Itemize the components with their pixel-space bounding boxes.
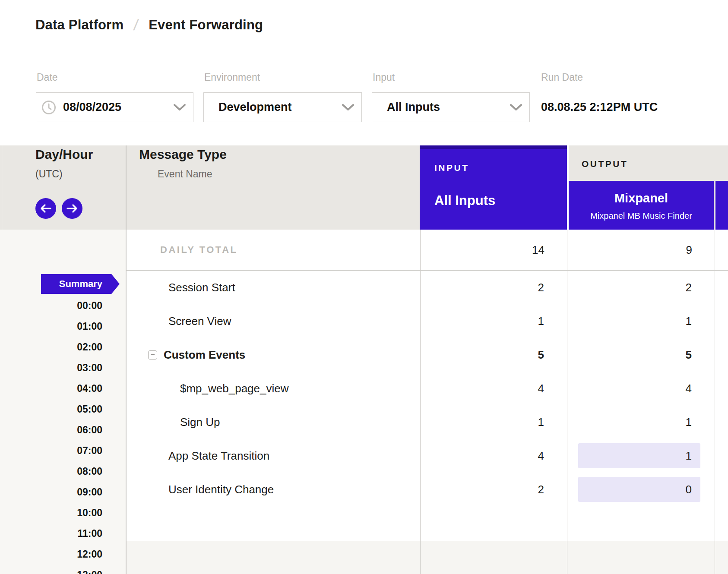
column-divider bbox=[567, 230, 567, 574]
breadcrumb: Data Platform / Event Forwarding bbox=[35, 16, 263, 35]
day-hour-timezone: (UTC) bbox=[35, 168, 63, 180]
event-label: Sign Up bbox=[180, 416, 220, 429]
table-row: Custom Events 5 5 bbox=[126, 338, 728, 372]
event-label: Custom Events bbox=[164, 348, 245, 362]
hour-row-label[interactable]: 07:00 bbox=[26, 440, 102, 461]
chevron-down-icon bbox=[510, 104, 522, 111]
header-divider bbox=[0, 62, 728, 62]
output-count: 1 bbox=[567, 405, 692, 439]
table-row: Session Start 2 2 bbox=[126, 271, 728, 304]
hour-row-label[interactable]: 13:00 bbox=[26, 565, 102, 574]
run-date-label: Run Date bbox=[541, 72, 583, 83]
output-column-next bbox=[715, 181, 728, 230]
hour-row-label[interactable]: 08:00 bbox=[26, 461, 102, 482]
hour-row-label[interactable]: 02:00 bbox=[26, 337, 102, 357]
input-filter-label: Input bbox=[373, 72, 395, 83]
day-hour-column-title: Day/Hour bbox=[35, 147, 93, 162]
output-column-title: Mixpanel bbox=[569, 191, 714, 205]
hour-row-label[interactable]: 03:00 bbox=[26, 357, 102, 378]
previous-day-button[interactable] bbox=[35, 198, 56, 219]
table-row: Sign Up 1 1 bbox=[126, 405, 728, 439]
arrow-left-icon bbox=[40, 204, 51, 213]
page-title: Event Forwarding bbox=[149, 17, 263, 33]
daily-total-input-value: 14 bbox=[421, 230, 544, 270]
output-section-label: OUTPUT bbox=[582, 159, 628, 169]
output-count: 5 bbox=[567, 338, 692, 372]
hour-row-label[interactable]: 09:00 bbox=[26, 482, 102, 502]
output-column-header-mixpanel[interactable]: Mixpanel Mixpanel MB Music Finder bbox=[569, 181, 714, 230]
table-row: $mp_web_page_view 4 4 bbox=[126, 372, 728, 405]
input-header-value: All Inputs bbox=[434, 193, 495, 208]
event-label: Screen View bbox=[168, 315, 231, 328]
breadcrumb-separator: / bbox=[133, 16, 139, 34]
chevron-down-icon bbox=[173, 104, 186, 111]
output-count: 2 bbox=[567, 271, 692, 304]
hour-row-label[interactable]: 05:00 bbox=[26, 399, 102, 419]
hour-row-label[interactable]: 06:00 bbox=[26, 419, 102, 440]
hour-row-label[interactable]: 12:00 bbox=[26, 544, 102, 565]
output-count: 4 bbox=[567, 372, 692, 405]
highlighted-output-cell[interactable]: 1 bbox=[578, 443, 700, 468]
hour-row-label[interactable]: 01:00 bbox=[26, 316, 102, 337]
event-label: $mp_web_page_view bbox=[180, 382, 289, 395]
next-day-button[interactable] bbox=[62, 198, 82, 219]
hour-row-label[interactable]: 11:00 bbox=[26, 523, 102, 544]
input-header-label: INPUT bbox=[434, 163, 469, 173]
collapse-minus-icon[interactable] bbox=[148, 350, 157, 360]
hour-row-label[interactable]: 04:00 bbox=[26, 378, 102, 399]
input-count: 4 bbox=[420, 439, 544, 473]
environment-value: Development bbox=[218, 101, 292, 114]
daily-total-output-value: 9 bbox=[567, 230, 692, 270]
daily-total-row: DAILY TOTAL 14 9 bbox=[127, 230, 728, 271]
hour-row-label[interactable]: 10:00 bbox=[26, 502, 102, 523]
input-count: 4 bbox=[420, 372, 544, 405]
event-label: App State Transition bbox=[168, 449, 269, 463]
input-value: All Inputs bbox=[387, 101, 440, 114]
input-count: 1 bbox=[420, 304, 544, 338]
table-row: App State Transition 4 1 bbox=[126, 439, 728, 473]
input-column-header[interactable]: INPUT All Inputs bbox=[420, 145, 567, 230]
run-date-value: 08.08.25 2:12PM UTC bbox=[541, 92, 658, 122]
input-count: 2 bbox=[420, 473, 544, 506]
arrow-right-icon bbox=[66, 204, 78, 213]
clock-icon bbox=[41, 100, 56, 115]
event-forwarding-page: Data Platform / Event Forwarding Date 08… bbox=[0, 0, 728, 574]
date-dropdown[interactable]: 08/08/2025 bbox=[36, 92, 193, 122]
event-label: User Identity Change bbox=[168, 483, 274, 496]
output-column-subtitle: Mixpanel MB Music Finder bbox=[569, 211, 714, 221]
date-value: 08/08/2025 bbox=[63, 101, 121, 114]
breadcrumb-section[interactable]: Data Platform bbox=[35, 17, 123, 33]
highlighted-output-cell[interactable]: 0 bbox=[578, 477, 700, 502]
event-name-subtitle: Event Name bbox=[158, 168, 212, 180]
summary-row-tag[interactable]: Summary bbox=[41, 274, 120, 294]
column-divider bbox=[715, 230, 715, 574]
table-footer-area bbox=[126, 541, 728, 574]
input-count: 1 bbox=[420, 405, 544, 439]
sidebar-divider bbox=[126, 145, 127, 574]
message-type-column-title: Message Type bbox=[139, 147, 227, 162]
input-dropdown[interactable]: All Inputs bbox=[372, 92, 530, 122]
environment-filter-label: Environment bbox=[204, 72, 260, 83]
event-label: Session Start bbox=[168, 281, 235, 294]
output-count: 1 bbox=[567, 304, 692, 338]
table-row: User Identity Change 2 0 bbox=[126, 473, 728, 506]
column-divider bbox=[420, 230, 421, 574]
input-count: 2 bbox=[420, 271, 544, 304]
input-count: 5 bbox=[420, 338, 544, 372]
hour-row-label[interactable]: 00:00 bbox=[26, 295, 102, 316]
chevron-down-icon bbox=[342, 104, 355, 111]
daily-total-label: DAILY TOTAL bbox=[160, 230, 237, 270]
table-row: Screen View 1 1 bbox=[126, 304, 728, 338]
environment-dropdown[interactable]: Development bbox=[203, 92, 362, 122]
date-filter-label: Date bbox=[37, 72, 58, 83]
